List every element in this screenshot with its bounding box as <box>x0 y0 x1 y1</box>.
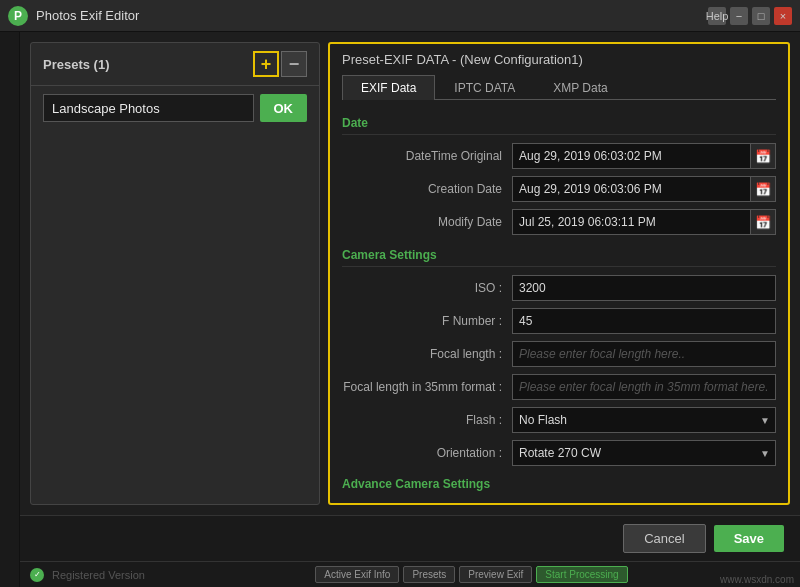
preview-exif-button[interactable]: Preview Exif <box>459 566 532 583</box>
dialog-container: Presets (1) + − OK Preset-EXIF DATA - (N… <box>20 32 800 587</box>
modify-date-calendar-button[interactable]: 📅 <box>750 209 776 235</box>
flash-label: Flash : <box>342 413 502 427</box>
datetime-original-field-group: 📅 <box>512 143 776 169</box>
modify-date-input[interactable] <box>512 209 750 235</box>
app-sidebar <box>0 32 20 587</box>
advance-camera-settings-link[interactable]: Advance Camera Settings <box>342 477 776 491</box>
tab-xmp-data[interactable]: XMP Data <box>534 75 626 100</box>
main-area: Presets (1) + − OK Preset-EXIF DATA - (N… <box>0 32 800 587</box>
maximize-button[interactable]: □ <box>752 7 770 25</box>
presets-pane: Presets (1) + − OK <box>30 42 320 505</box>
focal-input[interactable] <box>512 341 776 367</box>
flash-row: Flash : No Flash Fired Auto ▼ <box>342 407 776 433</box>
datetime-original-row: DateTime Original 📅 <box>342 143 776 169</box>
help-button[interactable]: Help <box>708 7 726 25</box>
title-bar: P Photos Exif Editor Help − □ × <box>0 0 800 32</box>
modify-date-label: Modify Date <box>342 215 502 229</box>
minimize-button[interactable]: − <box>730 7 748 25</box>
tabs-bar: EXIF Data IPTC DATA XMP Data <box>342 75 776 100</box>
tab-exif-data[interactable]: EXIF Data <box>342 75 435 100</box>
datetime-original-calendar-button[interactable]: 📅 <box>750 143 776 169</box>
app-title: Photos Exif Editor <box>36 8 708 23</box>
add-preset-button[interactable]: + <box>253 51 279 77</box>
creation-date-calendar-button[interactable]: 📅 <box>750 176 776 202</box>
iso-label: ISO : <box>342 281 502 295</box>
datetime-original-label: DateTime Original <box>342 149 502 163</box>
fnumber-input[interactable] <box>512 308 776 334</box>
focal35-label: Focal length in 35mm format : <box>342 380 502 394</box>
save-button[interactable]: Save <box>714 525 784 552</box>
cancel-button[interactable]: Cancel <box>623 524 705 553</box>
fnumber-label: F Number : <box>342 314 502 328</box>
focal-row: Focal length : <box>342 341 776 367</box>
exif-pane: Preset-EXIF DATA - (New Configuration1) … <box>328 42 790 505</box>
registered-label: Registered Version <box>52 569 145 581</box>
flash-select[interactable]: No Flash Fired Auto <box>512 407 776 433</box>
bottom-bar: Cancel Save <box>20 515 800 561</box>
modify-date-field-group: 📅 <box>512 209 776 235</box>
exif-pane-title: Preset-EXIF DATA - (New Configuration1) <box>342 52 776 67</box>
modal-wrapper: Presets (1) + − OK Preset-EXIF DATA - (N… <box>20 32 800 515</box>
creation-date-label: Creation Date <box>342 182 502 196</box>
preset-name-input[interactable] <box>43 94 254 122</box>
iso-row: ISO : <box>342 275 776 301</box>
registered-bar: ✓ Registered Version Active Exif Info Pr… <box>20 561 800 587</box>
modify-date-row: Modify Date 📅 <box>342 209 776 235</box>
preset-ok-button[interactable]: OK <box>260 94 308 122</box>
start-processing-button[interactable]: Start Processing <box>536 566 627 583</box>
tab-iptc-data[interactable]: IPTC DATA <box>435 75 534 100</box>
creation-date-input[interactable] <box>512 176 750 202</box>
remove-preset-button[interactable]: − <box>281 51 307 77</box>
focal35-row: Focal length in 35mm format : <box>342 374 776 400</box>
registered-icon: ✓ <box>30 568 44 582</box>
watermark: www.wsxdn.com <box>720 574 794 585</box>
app-icon: P <box>8 6 28 26</box>
orientation-select-wrapper: Horizontal (normal) Rotate 90 CW Rotate … <box>512 440 776 466</box>
presets-header: Presets (1) + − <box>31 43 319 86</box>
fnumber-row: F Number : <box>342 308 776 334</box>
creation-date-field-group: 📅 <box>512 176 776 202</box>
presets-button[interactable]: Presets <box>403 566 455 583</box>
preset-item-row: OK <box>31 86 319 130</box>
active-exif-info-button[interactable]: Active Exif Info <box>315 566 399 583</box>
creation-date-row: Creation Date 📅 <box>342 176 776 202</box>
datetime-original-input[interactable] <box>512 143 750 169</box>
date-section-title: Date <box>342 116 776 135</box>
orientation-row: Orientation : Horizontal (normal) Rotate… <box>342 440 776 466</box>
window-controls: Help − □ × <box>708 7 792 25</box>
camera-section-title: Camera Settings <box>342 248 776 267</box>
flash-select-wrapper: No Flash Fired Auto ▼ <box>512 407 776 433</box>
iso-input[interactable] <box>512 275 776 301</box>
close-button[interactable]: × <box>774 7 792 25</box>
focal35-input[interactable] <box>512 374 776 400</box>
presets-title: Presets (1) <box>43 57 109 72</box>
presets-buttons: + − <box>253 51 307 77</box>
focal-label: Focal length : <box>342 347 502 361</box>
bottom-buttons: Active Exif Info Presets Preview Exif St… <box>153 566 790 583</box>
orientation-label: Orientation : <box>342 446 502 460</box>
orientation-select[interactable]: Horizontal (normal) Rotate 90 CW Rotate … <box>512 440 776 466</box>
